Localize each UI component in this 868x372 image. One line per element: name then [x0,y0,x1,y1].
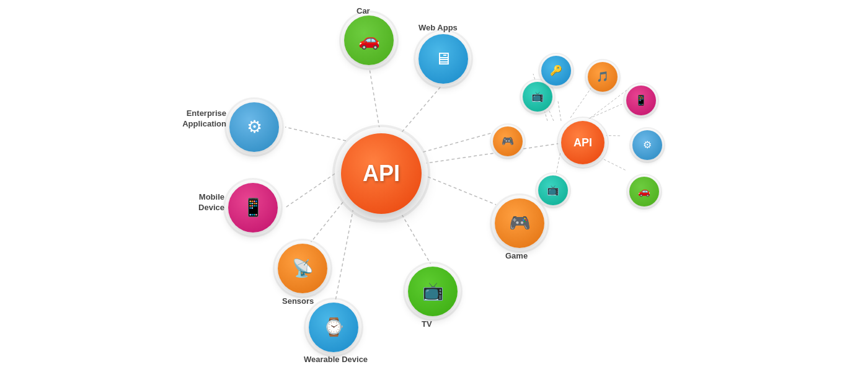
small-settings-icon: ⚙ [643,140,652,150]
api-small-circle: API [561,121,604,164]
node-small-controller: 🎮 [493,126,523,156]
node-web-apps-label: Web Apps [418,23,458,33]
node-tv: 📺 [408,267,458,316]
enterprise-icon: ⚙ [247,118,262,136]
svg-line-0 [369,65,381,140]
node-small-settings: ⚙ [632,130,662,160]
small-phone-icon: 📱 [635,95,647,105]
api-small-label: API [574,136,592,149]
svg-line-2 [285,127,346,141]
node-tv-label: TV [422,319,432,330]
mobile-icon: 📱 [242,199,264,216]
svg-line-4 [304,189,353,251]
small-controller-icon: 🎮 [502,136,514,146]
node-small-car: 🚗 [629,177,659,206]
node-small-key: 🔑 [541,56,571,86]
small-car-icon: 🚗 [638,187,650,197]
svg-line-3 [285,167,344,208]
car-icon: 🚗 [358,32,380,49]
node-wearable-label: Wearable Device [304,355,368,365]
node-game: 🎮 [495,198,544,248]
node-small-music: 🎵 [588,62,618,92]
node-game-label: Game [505,251,528,262]
node-sensors-label: Sensors [282,296,314,307]
game-icon: 🎮 [509,215,531,232]
node-car-label: Car [356,6,370,17]
node-mobile: 📱 [228,183,278,232]
node-enterprise-label: Enterprise Application [177,108,226,130]
node-web-apps: 🖥 [418,34,468,84]
small-music-icon: 🎵 [596,72,609,82]
svg-line-9 [418,143,561,164]
svg-line-8 [412,133,493,155]
node-car: 🚗 [344,16,394,65]
node-small-tv: 📺 [538,175,568,205]
tv-icon: 📺 [422,283,444,300]
node-mobile-label: Mobile Device [175,192,224,213]
small-tv-icon: 📺 [547,185,559,195]
svg-line-7 [412,170,496,205]
api-central-circle: API [341,133,422,214]
small-key-icon: 🔑 [550,66,562,76]
svg-line-14 [558,101,561,121]
wearable-icon: ⌚ [323,319,345,336]
sensors-icon: 📡 [292,260,314,277]
api-diagram: API API 🚗 Car 🖥 Web Apps ⚙ Enterprise Ap… [0,0,868,372]
node-small-tv2: 📺 [523,82,552,112]
node-enterprise: ⚙ [229,102,279,152]
api-central-label: API [363,161,400,187]
web-apps-icon: 🖥 [435,50,452,68]
node-small-phone: 📱 [626,86,656,115]
node-sensors: 📡 [278,244,327,293]
small-tv2-icon: 📺 [531,92,544,102]
node-wearable: ⌚ [309,303,358,352]
